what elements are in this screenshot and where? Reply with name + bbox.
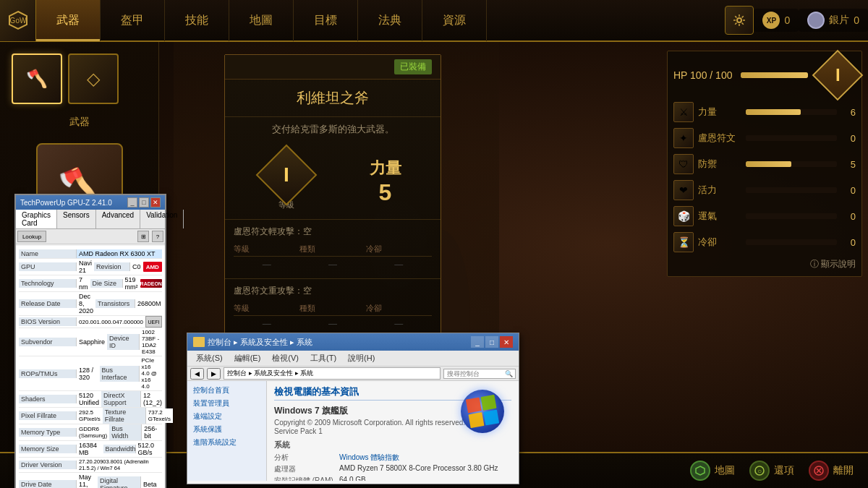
- win-pane-green: [481, 395, 497, 411]
- nav-back-btn[interactable]: ◀: [190, 368, 204, 380]
- tab-skills[interactable]: 技能: [165, 0, 229, 41]
- gpuz-row-pixel: Pixel Fillrate 292.5 GPixel/s Texture Fi…: [19, 408, 162, 424]
- stats-panel: HP 100 / 100 I ⚔ 力量 6 ✦ 盧恩符文 0 🛡 防禦 5 ❤: [667, 51, 862, 277]
- gpuz-tab-validation[interactable]: Validation: [140, 210, 184, 228]
- rating-label: 分析: [274, 453, 339, 463]
- weapon-slot-2[interactable]: ◇: [68, 53, 119, 104]
- gpuz-tab-advanced[interactable]: Advanced: [96, 210, 140, 228]
- stat-row-cooldown: ⏳ 冷卻 0: [673, 232, 856, 252]
- gpuz-minimize-btn[interactable]: _: [127, 197, 137, 207]
- ram-value: 64.0 GB: [339, 476, 511, 481]
- win-pane-yellow: [468, 412, 484, 428]
- nav-control-panel[interactable]: 控制台首頁: [187, 384, 266, 397]
- svg-text:GoW: GoW: [9, 17, 26, 25]
- gpuz-content: Name AMD Radeon RX 6300 XT GPU Navi 21 R…: [16, 246, 165, 488]
- enchant-heavy-label: 盧恩符文重攻擊：空: [234, 285, 432, 297]
- stat-name-cooldown: 冷卻: [698, 236, 741, 249]
- gpuz-row-name: Name AMD Radeon RX 6300 XT: [19, 249, 162, 259]
- gpuz-titlebar: TechPowerUp GPU-Z 2.41.0 _ □ ✕: [16, 195, 165, 210]
- gpuz-row-tech: Technology 7 nm Die Size 519 mm² RADEON: [19, 275, 162, 292]
- tab-weapons[interactable]: 武器: [36, 0, 101, 41]
- amd-logo: AMD: [143, 262, 162, 272]
- map-icon: [690, 461, 710, 481]
- nav-system-protection[interactable]: 系統保護: [187, 423, 266, 436]
- gpuz-title: TechPowerUp GPU-Z 2.41.0: [20, 199, 112, 207]
- windows-logo: [461, 390, 504, 433]
- gpuz-row-drivedate: Drive Date May 11, 2021 Digital Signatur…: [19, 473, 162, 488]
- win7-logo-panes: [466, 395, 499, 428]
- equipped-badge: 已裝備: [394, 59, 432, 74]
- sysinfo-window-controls: _ □ ✕: [471, 336, 513, 348]
- tab-armor[interactable]: 盔甲: [101, 0, 165, 41]
- address-bar-input[interactable]: 控制台 ▸ 系統及安全性 ▸ 系統: [224, 367, 441, 380]
- sysinfo-address-bar: ◀ ▶ 控制台 ▸ 系統及安全性 ▸ 系統 🔍: [187, 367, 519, 381]
- bottom-map-button[interactable]: 地圖: [690, 461, 735, 481]
- tab-objectives[interactable]: 目標: [294, 0, 358, 41]
- strength-bar-container: [746, 109, 837, 115]
- silver-icon: [807, 12, 825, 29]
- bottom-leave-button[interactable]: 離開: [809, 461, 854, 481]
- gpuz-uefi-icon[interactable]: ⊞: [137, 231, 149, 242]
- sysinfo-maximize-btn[interactable]: □: [485, 336, 498, 348]
- stat-row-strength: ⚔ 力量 6: [673, 102, 856, 122]
- sysinfo-minimize-btn[interactable]: _: [471, 336, 484, 348]
- tab-lore[interactable]: 法典: [358, 0, 422, 41]
- tab-map[interactable]: 地圖: [229, 0, 294, 41]
- weapon-level-inner: I: [284, 163, 289, 187]
- gpuz-question-icon[interactable]: ?: [152, 231, 163, 242]
- xp-icon: XP: [762, 12, 780, 29]
- settings-button[interactable]: [725, 6, 754, 35]
- defense-bar-container: [746, 161, 837, 167]
- sysinfo-sidebar: 控制台首頁 裝置管理員 遠端設定 系統保護 進階系統設定: [187, 381, 267, 481]
- menu-item-help[interactable]: 說明(H): [342, 351, 380, 365]
- gpuz-uefi-badge[interactable]: UEFI: [145, 316, 162, 328]
- stat-row-vitality: ❤ 活力 0: [673, 180, 856, 200]
- nav-device-manager[interactable]: 裝置管理員: [187, 397, 266, 410]
- bottom-return-button[interactable]: ○ 還項: [749, 461, 794, 481]
- stat-name-defense: 防禦: [698, 158, 741, 171]
- nav-advanced-settings[interactable]: 進階系統設定: [187, 436, 266, 449]
- cooldown-bar-container: [746, 239, 837, 245]
- menu-item-system[interactable]: 系統(S): [190, 351, 229, 365]
- sysinfo-close-btn[interactable]: ✕: [500, 336, 513, 348]
- gpuz-lookup-btn[interactable]: Lookup: [17, 231, 46, 242]
- menu-item-edit[interactable]: 編輯(E): [229, 351, 267, 365]
- xp-counter: XP 0: [754, 9, 799, 32]
- weapon-main-stat: 力量 5: [370, 158, 401, 206]
- leave-label: 離開: [833, 464, 854, 477]
- cooldown-value: 0: [841, 237, 856, 248]
- stat-row-luck: 🎲 運氣 0: [673, 206, 856, 226]
- gpuz-close-btn[interactable]: ✕: [150, 197, 161, 207]
- menu-item-tools[interactable]: 工具(T): [305, 351, 342, 365]
- menu-item-view[interactable]: 檢視(V): [266, 351, 305, 365]
- top-navigation: GoW 武器 盔甲 技能 地圖 目標 法典 資源 XP 0 銀片 0: [0, 0, 868, 42]
- search-input[interactable]: [447, 370, 505, 377]
- show-details-button[interactable]: ⓘ 顯示說明: [673, 258, 856, 270]
- sysinfo-row-ram: 安裝記憶體 (RAM) 64.0 GB: [274, 476, 511, 481]
- sysinfo-system-section: 系統 分析 Windows 體驗指數 處理器 AMD Ryzen 7 5800X…: [274, 440, 511, 481]
- nav-forward-btn[interactable]: ▶: [207, 368, 221, 380]
- map-label: 地圖: [715, 464, 735, 477]
- gpuz-window: TechPowerUp GPU-Z 2.41.0 _ □ ✕ Graphics …: [14, 194, 166, 488]
- rune-icon: ✦: [673, 128, 694, 148]
- strength-value: 6: [841, 107, 856, 118]
- sysinfo-row-rating: 分析 Windows 體驗指數: [274, 453, 511, 463]
- weapon-description: 交付給克雷多斯的強大武器。: [225, 117, 441, 145]
- nav-remote-settings[interactable]: 遠端設定: [187, 410, 266, 423]
- level-value: I: [835, 65, 841, 85]
- stat-name-rune: 盧恩符文: [698, 132, 741, 145]
- gpuz-row-rops: ROPs/TMUs 128 / 320 Bus Interface PCIe x…: [19, 356, 162, 391]
- gpuz-row-shaders: Shaders 5120 Unified DirectX Support 12 …: [19, 391, 162, 408]
- cooldown-icon: ⏳: [673, 232, 694, 252]
- weapon-slot-1[interactable]: 🪓: [12, 53, 62, 104]
- gpuz-tab-sensors[interactable]: Sensors: [57, 210, 96, 228]
- tab-resources[interactable]: 資源: [422, 0, 487, 41]
- stat-row-defense: 🛡 防禦 5: [673, 154, 856, 174]
- win7-logo-circle: [461, 390, 504, 433]
- rune-value: 0: [841, 133, 856, 144]
- gpuz-maximize-btn[interactable]: □: [139, 197, 149, 207]
- defense-value: 5: [841, 159, 856, 170]
- gpuz-tab-graphics[interactable]: Graphics Card: [16, 210, 57, 228]
- weapon-section-label: 武器: [12, 116, 147, 129]
- rating-value: Windows 體驗指數: [339, 453, 511, 463]
